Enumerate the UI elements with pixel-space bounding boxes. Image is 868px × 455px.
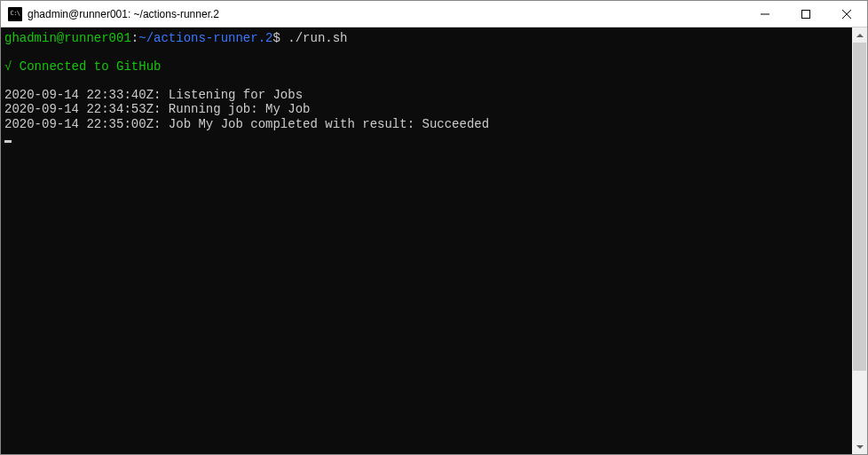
terminal-output: ghadmin@runner001:~/actions-runner.2$ ./… <box>1 27 851 454</box>
terminal-area[interactable]: ghadmin@runner001:~/actions-runner.2$ ./… <box>1 27 867 454</box>
svg-marker-4 <box>856 34 864 37</box>
prompt-cwd: ~/actions-runner.2 <box>138 31 272 45</box>
close-button[interactable] <box>826 1 867 27</box>
minimize-button[interactable] <box>745 1 785 27</box>
scroll-up-button[interactable] <box>852 27 867 43</box>
status-text: Connected to GitHub <box>12 59 161 74</box>
prompt-sep: : <box>131 31 138 45</box>
window-controls <box>745 1 867 27</box>
terminal-app-icon: C:\ <box>8 7 22 21</box>
vertical-scrollbar[interactable] <box>852 27 867 454</box>
terminal-cursor <box>4 140 12 143</box>
log-line: 2020-09-14 22:35:00Z: Job My Job complet… <box>4 117 489 131</box>
log-line: 2020-09-14 22:34:53Z: Running job: My Jo… <box>4 102 310 116</box>
scroll-thumb[interactable] <box>853 43 866 371</box>
window-title: ghadmin@runner001: ~/actions-runner.2 <box>28 8 745 20</box>
svg-rect-1 <box>802 10 810 18</box>
maximize-button[interactable] <box>785 1 826 27</box>
prompt-command: ./run.sh <box>280 31 348 45</box>
svg-marker-5 <box>856 445 864 449</box>
prompt-user-host: ghadmin@runner001 <box>4 31 131 45</box>
svg-rect-0 <box>761 13 769 14</box>
window-titlebar: C:\ ghadmin@runner001: ~/actions-runner.… <box>1 1 867 27</box>
prompt-sigil: $ <box>272 31 280 45</box>
scroll-down-button[interactable] <box>852 439 867 454</box>
log-line: 2020-09-14 22:33:40Z: Listening for Jobs <box>4 88 303 102</box>
